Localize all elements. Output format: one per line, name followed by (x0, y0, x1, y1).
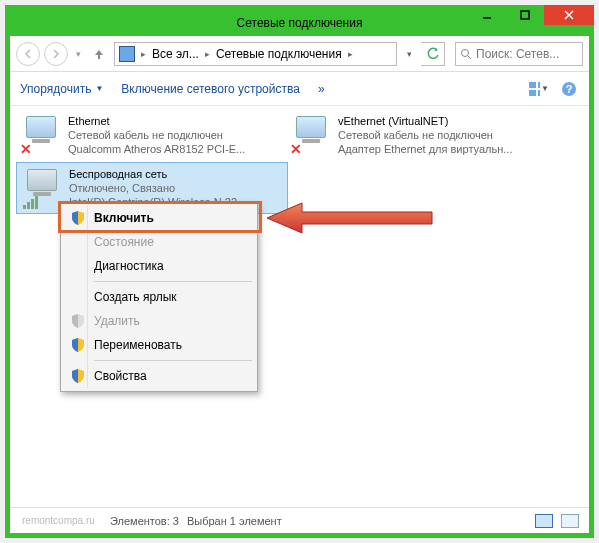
watermark-text: remontcompa.ru (22, 515, 95, 526)
minimize-button[interactable] (468, 5, 506, 25)
adapter-item-ethernet[interactable]: ✕ Ethernet Сетевой кабель не подключен Q… (16, 110, 276, 160)
adapter-icon: ✕ (20, 114, 62, 156)
location-icon (119, 46, 135, 62)
ctx-status: Состояние (64, 230, 254, 254)
error-x-icon: ✕ (20, 142, 32, 156)
organize-menu[interactable]: Упорядочить ▼ (20, 82, 103, 96)
svg-point-4 (462, 49, 469, 56)
tiles-view-button[interactable] (561, 514, 579, 528)
overflow-chevron[interactable]: » (318, 82, 325, 96)
window-controls (468, 5, 594, 25)
adapter-name: vEthernet (VirtualNET) (338, 114, 512, 128)
adapter-driver: Адаптер Ethernet для виртуальн... (338, 142, 512, 156)
navigation-bar: ▾ ▸ Все эл... ▸ Сетевые подключения ▸ ▾ … (10, 36, 589, 72)
shield-icon (70, 313, 86, 329)
adapter-icon: ✕ (290, 114, 332, 156)
chevron-right-icon: ▸ (346, 49, 355, 59)
adapter-icon (21, 167, 63, 209)
ctx-diagnose[interactable]: Диагностика (64, 254, 254, 278)
maximize-button[interactable] (506, 5, 544, 25)
svg-line-5 (468, 56, 471, 59)
view-options-button[interactable]: ▼ (529, 80, 549, 98)
search-placeholder: Поиск: Сетев... (476, 47, 559, 61)
up-button[interactable] (88, 43, 110, 65)
details-view-button[interactable] (535, 514, 553, 528)
adapter-item-vethernet[interactable]: ✕ vEthernet (VirtualNET) Сетевой кабель … (286, 110, 546, 160)
enable-device-command[interactable]: Включение сетевого устройства (121, 82, 300, 96)
svg-rect-8 (529, 90, 536, 96)
breadcrumb-item[interactable]: Сетевые подключения (216, 47, 342, 61)
status-bar: remontcompa.ru Элементов: 3 Выбран 1 эле… (10, 507, 589, 533)
search-icon (460, 48, 472, 60)
address-dropdown[interactable]: ▾ (401, 49, 417, 59)
ctx-create-shortcut[interactable]: Создать ярлык (64, 285, 254, 309)
svg-rect-9 (538, 90, 540, 96)
error-x-icon: ✕ (290, 142, 302, 156)
address-bar[interactable]: ▸ Все эл... ▸ Сетевые подключения ▸ (114, 42, 397, 66)
chevron-right-icon: ▸ (203, 49, 212, 59)
adapter-name: Беспроводная сеть (69, 167, 246, 181)
refresh-button[interactable] (421, 42, 445, 66)
back-button[interactable] (16, 42, 40, 66)
menu-separator (94, 281, 252, 282)
command-bar: Упорядочить ▼ Включение сетевого устройс… (10, 72, 589, 106)
shield-icon (70, 337, 86, 353)
ctx-delete: Удалить (64, 309, 254, 333)
help-button[interactable]: ? (559, 80, 579, 98)
adapter-status: Сетевой кабель не подключен (338, 128, 512, 142)
search-box[interactable]: Поиск: Сетев... (455, 42, 583, 66)
ctx-properties[interactable]: Свойства (64, 364, 254, 388)
history-dropdown[interactable]: ▾ (72, 49, 84, 59)
svg-text:?: ? (566, 83, 573, 95)
annotation-highlight (58, 201, 262, 233)
forward-button[interactable] (44, 42, 68, 66)
adapter-status: Отключено, Связано (69, 181, 246, 195)
status-item-count: Элементов: 3 (110, 515, 179, 527)
annotation-arrow (262, 200, 442, 240)
ctx-rename[interactable]: Переименовать (64, 333, 254, 357)
breadcrumb-item[interactable]: Все эл... (152, 47, 199, 61)
chevron-down-icon: ▼ (95, 84, 103, 93)
adapter-driver: Qualcomm Atheros AR8152 PCI-E... (68, 142, 245, 156)
title-bar: Сетевые подключения (10, 10, 589, 36)
shield-icon (70, 368, 86, 384)
adapter-status: Сетевой кабель не подключен (68, 128, 245, 142)
menu-separator (94, 360, 252, 361)
close-button[interactable] (544, 5, 594, 25)
svg-rect-1 (521, 11, 529, 19)
svg-rect-6 (529, 82, 536, 88)
chevron-right-icon: ▸ (139, 49, 148, 59)
status-selected-count: Выбран 1 элемент (187, 515, 282, 527)
svg-rect-7 (538, 82, 540, 88)
adapter-name: Ethernet (68, 114, 245, 128)
wifi-signal-icon (23, 196, 38, 209)
